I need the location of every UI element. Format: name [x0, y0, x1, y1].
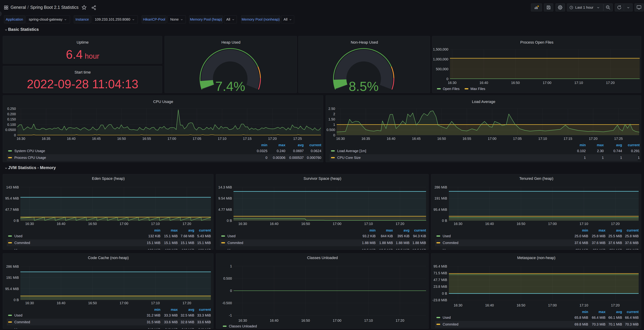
svg-text:max: max [598, 310, 606, 314]
svg-text:37.6 MiB: 37.6 MiB [608, 241, 622, 245]
svg-text:16:30: 16:30 [25, 301, 34, 305]
svg-text:1: 1 [638, 156, 640, 159]
svg-text:251 MiB: 251 MiB [610, 248, 622, 250]
svg-text:16:30: 16:30 [454, 303, 462, 307]
svg-text:17:00: 17:00 [543, 81, 551, 85]
svg-text:33.3 MiB: 33.3 MiB [164, 313, 178, 317]
svg-text:66.4 MiB: 66.4 MiB [625, 316, 639, 319]
svg-text:47.7 MiB: 47.7 MiB [434, 278, 447, 282]
svg-text:70.3 MiB: 70.3 MiB [625, 322, 639, 326]
svg-text:7.68 MiB: 7.68 MiB [180, 234, 194, 238]
svg-text:0.500: 0.500 [326, 128, 335, 132]
svg-text:16:30: 16:30 [238, 318, 247, 322]
svg-text:0: 0 [446, 77, 448, 81]
svg-text:240 MiB: 240 MiB [165, 327, 178, 329]
svg-text:0.291: 0.291 [631, 149, 640, 153]
svg-text:17:00: 17:00 [548, 222, 557, 226]
svg-text:17:20: 17:20 [611, 222, 620, 226]
svg-text:1: 1 [230, 264, 232, 268]
svg-text:CPU Core Size: CPU Core Size [337, 156, 361, 159]
svg-text:Max: Max [228, 248, 234, 250]
svg-text:70.1 MiB: 70.1 MiB [608, 322, 622, 326]
svg-text:16:35: 16:35 [42, 137, 50, 140]
svg-text:max: max [171, 308, 178, 311]
svg-text:avg: avg [616, 143, 622, 147]
svg-text:17:20: 17:20 [606, 81, 614, 85]
svg-text:17:00: 17:00 [488, 137, 496, 140]
svg-text:2.50: 2.50 [328, 107, 335, 111]
svg-text:33.6 MiB: 33.6 MiB [164, 320, 178, 324]
svg-text:37.6 MiB: 37.6 MiB [592, 241, 606, 245]
svg-text:17:15: 17:15 [243, 137, 252, 140]
svg-text:Tenured Gen (heap): Tenured Gen (heap) [520, 176, 554, 181]
svg-text:16:30: 16:30 [25, 222, 34, 226]
svg-text:Commited: Commited [228, 241, 243, 245]
svg-text:Max: Max [443, 328, 449, 329]
svg-text:0 B: 0 B [442, 219, 447, 223]
svg-text:132 KiB: 132 KiB [148, 234, 160, 238]
svg-text:System CPU Usage: System CPU Usage [14, 149, 45, 153]
svg-text:16:55: 16:55 [142, 137, 151, 140]
svg-text:min: min [369, 228, 376, 232]
svg-text:15.1 MiB: 15.1 MiB [164, 234, 178, 238]
svg-text:500,000: 500,000 [436, 67, 448, 71]
svg-text:15.1 MiB: 15.1 MiB [197, 241, 211, 245]
svg-text:16:40: 16:40 [67, 137, 76, 140]
svg-text:CPU Usage: CPU Usage [153, 99, 173, 104]
svg-text:12.5 MiB: 12.5 MiB [362, 248, 376, 250]
svg-text:Eden Space (heap): Eden Space (heap) [92, 176, 125, 181]
svg-text:16:30: 16:30 [448, 81, 456, 85]
svg-text:1.88 MiB: 1.88 MiB [396, 241, 410, 245]
svg-text:191 MiB: 191 MiB [6, 276, 19, 279]
svg-text:1.88 MiB: 1.88 MiB [379, 241, 393, 245]
svg-text:17:00: 17:00 [120, 301, 128, 305]
svg-text:0.000537: 0.000537 [289, 156, 304, 159]
svg-text:17:20: 17:20 [396, 318, 404, 322]
svg-text:251 MiB: 251 MiB [626, 248, 639, 250]
svg-text:14.3 MiB: 14.3 MiB [218, 185, 232, 189]
svg-text:0.150: 0.150 [7, 117, 16, 121]
svg-text:-1 B: -1 B [599, 328, 606, 329]
svg-text:-0.500: -0.500 [222, 301, 232, 305]
svg-text:Commited: Commited [443, 241, 458, 245]
svg-text:17:25: 17:25 [293, 137, 302, 140]
svg-text:Code Cache (non-heap): Code Cache (non-heap) [88, 256, 128, 260]
svg-text:0.240: 0.240 [277, 149, 285, 153]
svg-text:1.88 MiB: 1.88 MiB [412, 241, 426, 245]
svg-text:16:40: 16:40 [485, 303, 494, 307]
svg-text:0.0697: 0.0697 [293, 149, 304, 153]
svg-text:5.43 MiB: 5.43 MiB [197, 234, 211, 238]
svg-text:Load Average [1m]: Load Average [1m] [337, 149, 366, 153]
svg-text:0 B: 0 B [442, 292, 447, 295]
svg-text:25.0 MiB: 25.0 MiB [574, 234, 588, 238]
svg-text:0.100: 0.100 [7, 123, 16, 126]
svg-text:current: current [627, 310, 639, 314]
svg-text:1,000,000: 1,000,000 [433, 57, 448, 61]
svg-text:16:50: 16:50 [88, 301, 97, 305]
svg-text:16:45: 16:45 [92, 137, 100, 140]
svg-text:0: 0 [230, 289, 232, 293]
svg-text:15.1 MiB: 15.1 MiB [164, 241, 178, 245]
svg-text:16:50: 16:50 [88, 222, 97, 226]
svg-text:8.5%: 8.5% [348, 79, 378, 93]
svg-text:100 MiB: 100 MiB [198, 248, 211, 250]
svg-text:23.8 MiB: 23.8 MiB [434, 285, 447, 288]
svg-text:95.4 MiB: 95.4 MiB [5, 287, 19, 291]
svg-text:17:10: 17:10 [364, 318, 373, 322]
svg-text:17:20: 17:20 [268, 137, 277, 140]
svg-text:31.5 MiB: 31.5 MiB [147, 320, 160, 324]
svg-text:min: min [580, 143, 586, 147]
svg-text:Metaspace (non-heap): Metaspace (non-heap) [517, 256, 555, 260]
svg-text:Used: Used [443, 234, 451, 238]
svg-text:Survivor Space (heap): Survivor Space (heap) [304, 176, 341, 181]
svg-text:Commited: Commited [14, 320, 30, 324]
svg-text:286 MiB: 286 MiB [6, 265, 19, 268]
svg-text:16:50: 16:50 [301, 318, 310, 322]
svg-text:69.8 MiB: 69.8 MiB [574, 322, 588, 326]
svg-text:0 B: 0 B [14, 219, 19, 223]
svg-text:32.5 MiB: 32.5 MiB [180, 313, 194, 317]
svg-text:Max: Max [14, 248, 21, 250]
svg-text:Commited: Commited [443, 322, 458, 326]
svg-text:95.4 MiB: 95.4 MiB [434, 208, 447, 212]
svg-text:17:05: 17:05 [192, 137, 201, 140]
